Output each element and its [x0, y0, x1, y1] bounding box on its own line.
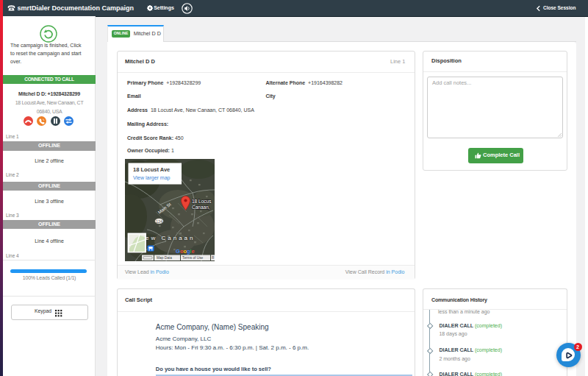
- svg-text:Canaan,: Canaan,: [192, 205, 210, 210]
- svg-text:ew Canaan: ew Canaan: [146, 235, 195, 241]
- svg-text:R: R: [212, 256, 215, 260]
- svg-text:e: e: [192, 248, 195, 255]
- svg-text:Terms of Use: Terms of Use: [182, 256, 204, 260]
- svg-text:Map Data: Map Data: [157, 256, 172, 260]
- svg-text:18 Locus: 18 Locus: [192, 199, 212, 204]
- svg-text:124: 124: [156, 219, 162, 223]
- svg-text:18 Locust Ave: 18 Locust Ave: [133, 166, 170, 172]
- svg-text:View larger map: View larger map: [133, 174, 171, 180]
